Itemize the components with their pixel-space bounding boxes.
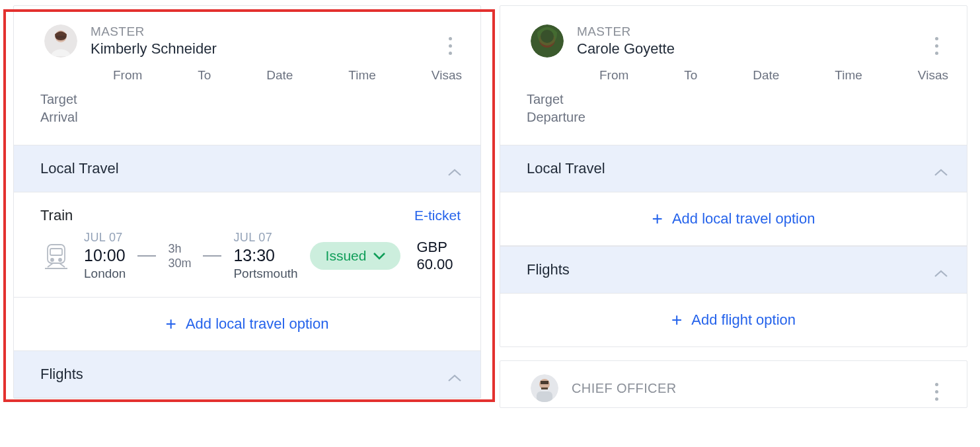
- divider-icon: [137, 255, 156, 257]
- section-title: Flights: [527, 261, 570, 278]
- svg-point-6: [59, 259, 61, 261]
- role-label: MASTER: [577, 24, 675, 39]
- arr-city: Portsmouth: [233, 266, 297, 281]
- travel-mode-label: Train: [40, 207, 73, 224]
- col-date: Date: [266, 68, 293, 83]
- add-label: Add flight option: [691, 311, 796, 329]
- plus-icon: +: [166, 315, 176, 333]
- travel-card-left: MASTER Kimberly Schneider From To Date T…: [13, 5, 481, 421]
- svg-rect-17: [541, 387, 548, 389]
- card-header: MASTER Carole Goyette: [500, 6, 967, 65]
- svg-line-8: [59, 263, 65, 267]
- amount: 60.00: [416, 256, 453, 273]
- target-label: Target: [40, 91, 462, 108]
- travel-card-right: MASTER Carole Goyette From To Date Time …: [500, 5, 967, 421]
- more-menu-icon[interactable]: [442, 32, 458, 59]
- avatar: [531, 24, 564, 58]
- currency: GBP: [416, 239, 453, 256]
- arrival-block: JUL 07 13:30 Portsmouth: [233, 231, 297, 281]
- dep-date: JUL 07: [84, 231, 123, 245]
- col-visas: Visas: [918, 68, 948, 83]
- plus-icon: +: [671, 311, 682, 329]
- role-label: CHIEF OFFICER: [572, 381, 677, 396]
- departure-block: JUL 07 10:00 London: [84, 231, 126, 281]
- col-from: From: [599, 68, 628, 83]
- more-menu-icon[interactable]: [928, 378, 944, 405]
- target-label: Target: [527, 91, 948, 108]
- col-to: To: [684, 68, 697, 83]
- section-local-travel[interactable]: Local Travel: [500, 145, 967, 192]
- status-dropdown[interactable]: Issued: [310, 242, 401, 270]
- section-flights[interactable]: Flights: [500, 246, 967, 294]
- col-visas: Visas: [432, 68, 462, 83]
- col-from: From: [113, 68, 142, 83]
- column-headers: From To Date Time Visas: [14, 65, 480, 87]
- svg-rect-4: [50, 249, 62, 255]
- svg-line-7: [48, 263, 53, 267]
- arr-time: 13:30: [233, 246, 275, 265]
- chevron-up-icon: [447, 164, 462, 173]
- svg-rect-16: [541, 381, 548, 384]
- chevron-up-icon: [447, 370, 462, 379]
- add-local-travel-button[interactable]: + Add local travel option: [500, 192, 967, 246]
- svg-rect-15: [537, 391, 552, 402]
- plus-icon: +: [652, 210, 663, 228]
- divider-icon: [203, 255, 221, 257]
- avatar: [44, 24, 77, 58]
- role-label: MASTER: [91, 24, 217, 39]
- more-menu-icon[interactable]: [928, 32, 944, 59]
- col-to: To: [198, 68, 211, 83]
- target-direction: Arrival: [40, 108, 462, 126]
- col-time: Time: [348, 68, 376, 83]
- train-icon: [40, 240, 72, 272]
- dep-city: London: [84, 266, 126, 281]
- avatar: [531, 374, 558, 402]
- add-flight-button[interactable]: + Add flight option: [500, 294, 967, 346]
- arr-date: JUL 07: [233, 231, 272, 245]
- svg-rect-2: [56, 36, 66, 38]
- chevron-up-icon: [934, 265, 948, 274]
- person-name: Carole Goyette: [577, 40, 675, 58]
- section-title: Local Travel: [527, 160, 605, 177]
- eticket-link[interactable]: E-ticket: [414, 208, 461, 224]
- chevron-up-icon: [934, 164, 948, 173]
- dep-time: 10:00: [84, 246, 126, 265]
- col-time: Time: [835, 68, 862, 83]
- add-label: Add local travel option: [186, 315, 328, 333]
- train-segment: Train E-ticket JUL 07 10:00 London 3h: [14, 192, 480, 298]
- status-text: Issued: [326, 248, 367, 264]
- duration: 3h 30m: [168, 241, 191, 271]
- section-title: Local Travel: [40, 160, 119, 177]
- section-flights[interactable]: Flights: [14, 350, 480, 398]
- person-name: Kimberly Schneider: [91, 40, 217, 58]
- add-local-travel-button[interactable]: + Add local travel option: [14, 298, 480, 350]
- card-header: CHIEF OFFICER: [500, 361, 967, 407]
- card-header: MASTER Kimberly Schneider: [14, 6, 480, 65]
- chevron-down-icon: [373, 251, 386, 261]
- section-title: Flights: [40, 366, 83, 383]
- col-date: Date: [753, 68, 779, 83]
- add-label: Add local travel option: [672, 210, 815, 227]
- price: GBP 60.00: [416, 239, 453, 274]
- svg-point-5: [51, 259, 54, 261]
- target-direction: Departure: [527, 108, 948, 126]
- section-local-travel[interactable]: Local Travel: [14, 145, 480, 192]
- column-headers: From To Date Time Visas: [500, 65, 967, 87]
